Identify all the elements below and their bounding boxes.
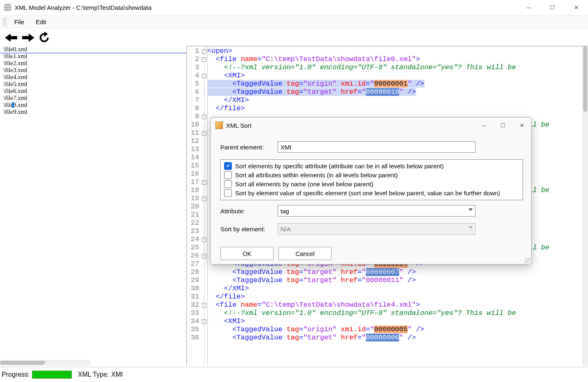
fold-margin[interactable]: −−−−−−−−−−− [202,46,208,366]
code-line[interactable]: <TaggedValue tag="target" href="00000006… [207,334,588,342]
file-list-item[interactable]: \file0.xml [0,46,186,53]
progress-label: Progress: [2,371,29,378]
code-line[interactable]: </file> [207,104,588,113]
sort-option-row[interactable]: Sort all attributes within elements (in … [224,170,519,179]
code-line[interactable]: <file name="C:\temp\TestData\showdata\fi… [207,55,588,63]
file-list-item[interactable]: \file5.xml [0,81,186,88]
checkbox[interactable] [224,162,232,170]
close-button[interactable]: ✕ [564,0,588,15]
sort-option-label: Sort elements by specific attribute (att… [235,163,444,170]
checkbox[interactable] [224,171,232,179]
code-line[interactable]: </XMI> [207,285,588,293]
line-number: 12 [187,137,202,145]
line-number: 1 [187,47,202,55]
code-line[interactable]: <TaggedValue tag="origin" xmi.id="000000… [207,325,588,334]
fold-toggle-icon[interactable]: − [202,115,206,119]
line-number: 19 [187,194,202,203]
file-list-item[interactable]: \file3.xml [0,67,186,74]
line-number: 21 [187,211,202,219]
code-line[interactable]: <TaggedValue tag="origin" xmi.id="000000… [207,80,588,88]
xml-type-value: XMI [111,371,123,378]
chevron-down-icon [469,226,473,229]
cancel-button[interactable]: Cancel [278,247,332,260]
code-line[interactable]: <TaggedValue tag="target" href="00000007… [207,268,588,276]
attribute-select[interactable]: tag [278,205,476,217]
code-line[interactable]: </XMI> [207,96,588,104]
menu-edit[interactable]: Edit [30,17,52,27]
code-line[interactable]: <file name="C:\temp\TestData\showdata\fi… [207,301,588,309]
line-number: 6 [187,88,202,96]
line-number: 14 [187,154,202,162]
code-line[interactable]: </file> [207,293,588,301]
file-list-horizontal-scrollbar[interactable] [0,360,90,366]
file-list-item[interactable]: \file4.xml [0,74,186,81]
minimize-button[interactable]: ─ [517,0,541,15]
sort-option-row[interactable]: Sort by element value of specific elemen… [224,188,519,197]
file-list-item[interactable]: \file1.xml [0,53,186,60]
sort-by-element-select: N/A [278,223,476,235]
line-number: 13 [187,145,202,154]
checkbox[interactable] [224,189,232,197]
line-number: 33 [187,309,202,317]
toolbar-grip-icon [3,17,6,26]
line-number: 15 [187,162,202,170]
editor-vertical-scrollbar[interactable] [582,46,588,366]
line-number: 27 [187,260,202,268]
file-list[interactable]: \file0.xml\file1.xml\file2.xml\file3.xml… [0,46,187,366]
fold-toggle-icon[interactable]: − [202,49,206,54]
dialog-icon [215,122,223,129]
file-list-item[interactable]: \file2.xml [0,60,186,67]
file-list-item[interactable]: \file9.xml [0,108,186,115]
fold-toggle-icon[interactable]: − [202,74,206,78]
fold-toggle-icon[interactable]: − [202,131,206,136]
code-line[interactable]: <XMI> [207,317,588,325]
file-list-item[interactable]: \file6.xml [0,88,186,95]
menu-file[interactable]: File [9,17,30,27]
code-line[interactable]: <TaggedValue tag="target" href="00000011… [207,276,588,285]
dialog-titlebar[interactable]: XML Sort ─ ☐ ✕ [211,118,531,133]
ok-button[interactable]: OK [220,247,274,260]
arrow-left-icon [4,32,19,43]
line-number: 18 [187,186,202,194]
code-line[interactable]: <!--?xml version="1.0" encoding="UTF-8" … [207,309,588,317]
line-number: 31 [187,293,202,301]
dialog-maximize-button[interactable]: ☐ [494,119,512,131]
dialog-resize-grip-icon[interactable] [525,258,530,263]
back-button[interactable] [3,29,20,46]
fold-toggle-icon[interactable]: − [202,57,206,62]
fold-toggle-icon[interactable]: − [202,237,206,242]
fold-toggle-icon[interactable]: − [202,319,206,324]
refresh-button[interactable] [36,29,52,46]
line-number: 30 [187,285,202,293]
fold-toggle-icon[interactable]: − [202,303,206,307]
line-number: 34 [187,317,202,325]
parent-element-input[interactable] [278,141,476,153]
line-number: 17 [187,178,202,186]
dialog-minimize-button[interactable]: ─ [475,119,494,131]
code-line[interactable]: <!--?xml version="1.0" encoding="UTF-8" … [207,63,588,72]
line-number: 20 [187,203,202,211]
code-line[interactable]: <XMI> [207,72,588,80]
code-line[interactable]: <TaggedValue tag="target" href="00000010… [207,88,588,96]
fold-toggle-icon[interactable]: − [202,197,206,201]
forward-button[interactable] [20,29,36,46]
dialog-close-button[interactable]: ✕ [512,119,531,131]
checkbox[interactable] [224,180,232,188]
toolbar [0,28,588,47]
fold-toggle-icon[interactable]: − [202,180,206,185]
line-number: 9 [187,113,202,121]
code-line[interactable]: <open> [207,47,588,55]
sort-option-label: Sort by element value of specific elemen… [235,190,500,197]
line-number: 4 [187,72,202,80]
maximize-button[interactable]: ☐ [541,0,564,15]
line-number: 22 [187,219,202,227]
file-list-item[interactable]: \file7.xml [0,95,186,102]
line-number: 11 [187,129,202,137]
sort-option-row[interactable]: Sort all elements by name (one level bel… [224,179,519,188]
fold-toggle-icon[interactable]: − [202,254,206,258]
line-number: 8 [187,104,202,113]
line-number-gutter: 1234567891011121314151617181920212223242… [187,46,202,366]
line-number: 29 [187,276,202,285]
sort-option-row[interactable]: Sort elements by specific attribute (att… [224,161,519,170]
file-list-item[interactable]: \file8.xml [0,102,186,108]
